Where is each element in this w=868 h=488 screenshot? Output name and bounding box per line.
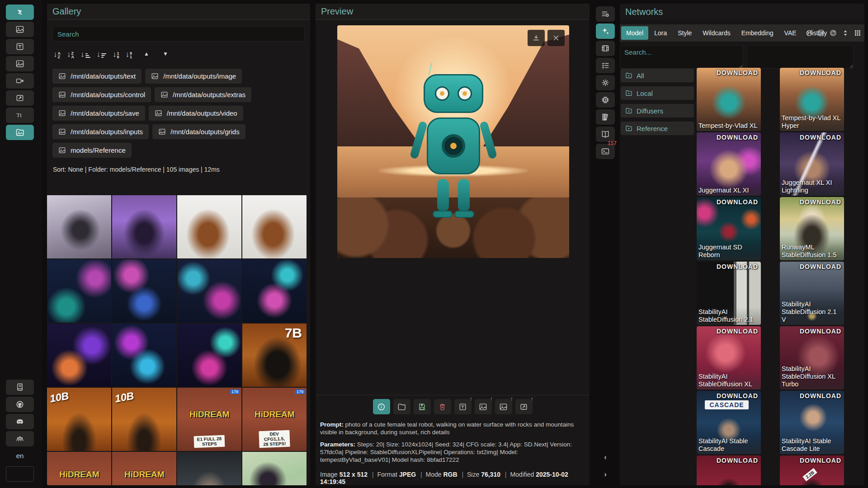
- language-label[interactable]: en: [6, 452, 34, 460]
- send-to-text-button[interactable]: ↑: [454, 399, 472, 414]
- sidebar-item-home[interactable]: [6, 5, 34, 20]
- sort-num-desc-button[interactable]: ↓91: [126, 49, 132, 59]
- collapse-right-chevron[interactable]: ›: [596, 470, 615, 479]
- tab-lora[interactable]: Lora: [649, 26, 672, 40]
- strip-item-system[interactable]: [596, 92, 615, 108]
- gallery-thumbnail[interactable]: [47, 259, 111, 323]
- gallery-thumbnail[interactable]: [242, 452, 307, 485]
- download-label[interactable]: DOWNLOAD: [697, 392, 758, 399]
- model-card[interactable]: DOWNLOADJuggernaut SD Reborn: [697, 197, 761, 260]
- sidebar-item-image[interactable]: [6, 22, 34, 37]
- download-label[interactable]: DOWNLOAD: [780, 69, 841, 76]
- model-card[interactable]: DOWNLOADRunwayML StableDiffusion 1.5: [780, 197, 844, 260]
- tab-model[interactable]: Model: [621, 26, 648, 40]
- model-card[interactable]: DOWNLOAD2B: [697, 455, 761, 485]
- send-to-process-button[interactable]: ↑: [515, 399, 533, 414]
- gallery-thumbnail[interactable]: 7B: [242, 324, 307, 387]
- sidebar-item-text[interactable]: [6, 39, 34, 54]
- send-to-control-button[interactable]: ↑: [495, 399, 512, 414]
- grid-view-icon[interactable]: [854, 29, 862, 37]
- download-label[interactable]: DOWNLOAD: [697, 328, 758, 335]
- download-label[interactable]: DOWNLOAD: [697, 263, 758, 270]
- gallery-search-input[interactable]: [52, 26, 305, 42]
- gallery-thumbnail[interactable]: [47, 195, 111, 258]
- download-label[interactable]: DOWNLOAD: [697, 134, 758, 141]
- gallery-thumbnail[interactable]: 10B: [112, 388, 176, 451]
- download-image-button[interactable]: [528, 30, 545, 46]
- sidebar-item-caption[interactable]: Tt: [6, 108, 34, 123]
- info-button[interactable]: [373, 399, 390, 414]
- networks-search-input[interactable]: [620, 45, 743, 69]
- tab-style[interactable]: Style: [673, 26, 697, 40]
- sort-size-desc-button[interactable]: ↓: [97, 49, 107, 59]
- gallery-thumbnail[interactable]: [177, 259, 241, 323]
- save-image-button[interactable]: [414, 399, 431, 414]
- model-card[interactable]: DOWNLOADStabilityAI StableDiffusion 2.1: [697, 262, 761, 325]
- sidebar-item-process[interactable]: [6, 90, 34, 106]
- model-card[interactable]: DOWNLOADTempest-by-Vlad XL: [697, 68, 761, 131]
- filter-all[interactable]: All: [621, 69, 694, 82]
- refresh-icon[interactable]: [805, 29, 813, 37]
- gallery-thumbnail[interactable]: [242, 195, 307, 258]
- filter-diffusers[interactable]: Diffusers: [621, 104, 694, 117]
- gallery-thumbnail[interactable]: [112, 324, 176, 387]
- networks-filter-input[interactable]: [747, 45, 854, 69]
- sort-descending-toggle[interactable]: ▼: [163, 51, 168, 57]
- sidebar-item-docs[interactable]: [6, 380, 34, 395]
- sidebar-item-discord[interactable]: [6, 414, 34, 429]
- model-card[interactable]: DOWNLOADStabilityAI StableDiffusion 2.1 …: [780, 262, 844, 325]
- model-card[interactable]: DOWNLOADTempest-by-Vlad XL Hyper: [780, 68, 844, 131]
- sort-order-icon[interactable]: [841, 29, 849, 37]
- send-to-image-button[interactable]: ↑: [475, 399, 492, 414]
- sort-ascending-toggle[interactable]: ▲: [144, 51, 149, 57]
- folder-button-outputs-control[interactable]: /mnt/data/outputs/control: [52, 87, 151, 102]
- strip-item-models-library[interactable]: [596, 109, 615, 125]
- sidebar-item-control[interactable]: [6, 56, 34, 71]
- gallery-thumbnail[interactable]: 179HiDREAMDEV CFG1,1.5, 28 STEPS!: [242, 388, 307, 451]
- tab-vae[interactable]: VAE: [779, 26, 802, 40]
- sidebar-item-community[interactable]: [6, 431, 34, 446]
- model-card[interactable]: DOWNLOADStabilityAI Stable Cascade Lite: [780, 391, 844, 454]
- folder-button-outputs-extras[interactable]: /mnt/data/outputs/extras: [155, 87, 251, 102]
- strip-item-queue[interactable]: [596, 58, 615, 73]
- sidebar-item-video[interactable]: [6, 73, 34, 89]
- strip-item-networks[interactable]: [596, 23, 615, 39]
- gallery-thumbnail[interactable]: 178HiDREAME1 FULL 28 STEPS: [177, 388, 241, 451]
- strip-item-options[interactable]: [596, 6, 615, 22]
- sidebar-footer-box[interactable]: [6, 466, 34, 482]
- tab-embedding[interactable]: Embedding: [736, 26, 778, 40]
- filter-reference[interactable]: Reference: [621, 122, 694, 135]
- model-card[interactable]: DOWNLOADJuggernaut XL XI: [697, 132, 761, 196]
- download-label[interactable]: DOWNLOAD: [697, 69, 758, 76]
- folder-button-outputs-inputs[interactable]: /mnt/data/outputs/inputs: [52, 124, 149, 139]
- model-card[interactable]: DOWNLOADStabilityAI StableDiffusion XL: [697, 326, 761, 389]
- download-label[interactable]: DOWNLOAD: [780, 328, 841, 335]
- model-card[interactable]: DOWNLOADStabilityAI StableDiffusion XL T…: [780, 326, 844, 389]
- download-label[interactable]: DOWNLOAD: [780, 263, 841, 270]
- download-label[interactable]: DOWNLOAD: [780, 198, 841, 206]
- model-card[interactable]: DOWNLOADJuggernaut XL XI Lightning: [780, 132, 844, 196]
- filter-local[interactable]: Local: [621, 86, 694, 100]
- download-label[interactable]: DOWNLOAD: [780, 134, 841, 141]
- folder-button-outputs-grids[interactable]: /mnt/data/outputs/grids: [152, 124, 245, 139]
- folder-button-outputs-text[interactable]: /mnt/data/outputs/text: [52, 69, 142, 84]
- gallery-thumbnail[interactable]: [112, 195, 176, 258]
- model-card[interactable]: DOWNLOADCASCADEStabilityAI Stable Cascad…: [697, 391, 761, 454]
- download-label[interactable]: DOWNLOAD: [780, 457, 841, 464]
- download-label[interactable]: DOWNLOAD: [697, 457, 758, 464]
- open-folder-button[interactable]: [393, 399, 410, 414]
- strip-item-console[interactable]: 157: [596, 144, 615, 159]
- gallery-thumbnail[interactable]: [47, 324, 111, 387]
- folder-button-outputs-image[interactable]: /mnt/data/outputs/image: [145, 69, 242, 84]
- tab-wildcards[interactable]: Wildcards: [698, 26, 735, 40]
- sort-az-button[interactable]: ↓AZ: [53, 49, 61, 59]
- delete-image-button[interactable]: [434, 399, 451, 414]
- sidebar-item-gallery[interactable]: [6, 125, 34, 140]
- close-preview-button[interactable]: [547, 30, 565, 46]
- strip-item-settings[interactable]: [596, 75, 615, 90]
- gallery-thumbnail[interactable]: [177, 324, 241, 387]
- folder-button-models-reference[interactable]: models/Reference: [52, 143, 132, 158]
- preview-image[interactable]: [337, 25, 569, 258]
- download-label[interactable]: DOWNLOAD: [780, 392, 841, 399]
- rescan-icon[interactable]: [829, 29, 837, 37]
